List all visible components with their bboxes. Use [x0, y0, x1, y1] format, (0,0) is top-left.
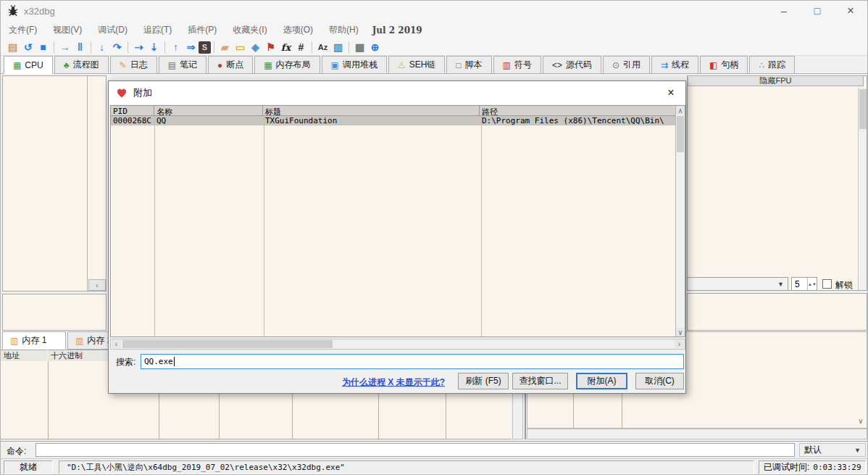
step-out-icon[interactable]: ↑ — [168, 41, 183, 54]
hide-fpu-button[interactable]: 隐藏FPU — [688, 75, 864, 86]
search-row: 搜索: QQ.exe — [109, 354, 685, 370]
modules-icon[interactable]: ▥ — [330, 41, 346, 54]
tab-memory-map[interactable]: ▦内存布局 — [254, 56, 320, 73]
disasm-hscroll-left-button[interactable]: ‹ — [88, 279, 106, 291]
column-header-pid[interactable]: PID — [111, 106, 154, 115]
close-button[interactable]: × — [834, 1, 867, 21]
table-vscroll-up-button[interactable]: ∧ — [676, 106, 685, 115]
unlock-checkbox[interactable] — [822, 279, 832, 289]
title-bar: x32dbg – □ × — [1, 1, 867, 21]
status-debug-time-cell: 已调试时间: 0:03:33:29 — [759, 460, 866, 474]
table-hscroll-left-button[interactable]: ‹ — [112, 340, 121, 348]
bookmarks-icon[interactable]: ⚑ — [263, 41, 278, 54]
column-header-title[interactable]: 标题 — [263, 106, 480, 115]
spinner-arrows-icon[interactable]: ▲▼ — [807, 278, 817, 290]
disassembly-pane[interactable] — [2, 75, 107, 292]
menu-debug[interactable]: 调试(D) — [90, 21, 135, 39]
attach-dialog-titlebar[interactable]: 附加 × — [109, 81, 685, 104]
menu-help[interactable]: 帮助(H) — [321, 21, 367, 39]
table-hscroll-right-button[interactable]: › — [675, 340, 684, 348]
patches-icon[interactable]: ▰ — [217, 41, 233, 54]
tab-label: CPU — [25, 60, 43, 70]
animate-over-icon[interactable]: ⇣ — [146, 41, 162, 54]
refresh-button[interactable]: 刷新 (F5) — [458, 373, 509, 389]
table-vscroll-down-button[interactable]: ∨ — [676, 328, 685, 336]
stack-vscroll-down-button[interactable]: ∨ — [856, 415, 866, 426]
menu-options[interactable]: 选项(O) — [275, 21, 321, 39]
handles-blocks-icon: ◧ — [709, 60, 717, 70]
process-table-header[interactable]: PID 名称 标题 路径 — [111, 106, 675, 116]
registers-vscroll-thumb[interactable] — [859, 89, 867, 129]
menu-file[interactable]: 文件(F) — [1, 21, 45, 39]
tab-cpu[interactable]: ▦CPU — [4, 56, 53, 74]
menu-view[interactable]: 视图(V) — [45, 21, 90, 39]
registers-pane[interactable] — [687, 75, 867, 291]
step-into-icon[interactable]: ↓ — [94, 41, 109, 54]
tab-dump-2[interactable]: ▥ 内存 2 — [67, 331, 112, 350]
why-process-not-shown-link[interactable]: 为什么进程 X 未显示于此? — [342, 376, 445, 389]
tab-threads[interactable]: ⇉线程 — [651, 56, 698, 73]
x32dbg-window: x32dbg – □ × 文件(F) 视图(V) 调试(D) 追踪(T) 插件(… — [0, 0, 868, 475]
stop-icon[interactable]: ■ — [36, 41, 51, 54]
dump-column-address[interactable]: 地址 — [1, 350, 47, 362]
process-table-vscrollbar[interactable]: ∧ ∨ — [675, 106, 685, 336]
animate-into-icon[interactable]: ⇢ — [131, 41, 146, 54]
hash-icon[interactable]: # — [293, 41, 309, 54]
tab-dump-1[interactable]: ▥ 内存 1 — [2, 331, 66, 350]
step-over-icon[interactable]: ↷ — [109, 41, 125, 54]
cancel-button[interactable]: 取消(C) — [635, 373, 684, 389]
source-code-icon: <> — [552, 60, 562, 70]
menu-plugins[interactable]: 插件(P) — [180, 21, 225, 39]
menu-trace[interactable]: 追踪(T) — [135, 21, 180, 39]
tab-call-stack[interactable]: ▣调用堆栈 — [322, 56, 387, 73]
process-row-selected[interactable]: 0000268C QQ TXGuiFoundation D:\Program F… — [111, 116, 675, 125]
comments-icon[interactable]: ▭ — [233, 41, 248, 54]
command-input[interactable] — [36, 443, 795, 457]
tab-label: 符号 — [514, 59, 532, 71]
pause-icon[interactable]: ‖ — [72, 41, 88, 54]
tab-source[interactable]: <>源代码 — [543, 56, 601, 73]
minimize-button[interactable]: – — [767, 1, 801, 21]
tab-label: 源代码 — [566, 59, 592, 71]
toolbar-separator — [164, 41, 165, 53]
registers-vscrollbar[interactable] — [858, 88, 867, 290]
attach-button[interactable]: 附加(A) — [576, 373, 627, 389]
tab-graph[interactable]: ♣流程图 — [54, 56, 109, 73]
internet-icon[interactable]: ⊕ — [367, 41, 383, 54]
tab-notes[interactable]: ▤笔记 — [159, 56, 206, 73]
process-table[interactable]: PID 名称 标题 路径 0000268C QQ TXGuiFoundation… — [110, 105, 685, 337]
tab-script[interactable]: □脚本 — [446, 56, 491, 73]
functions-icon[interactable]: fx — [278, 41, 293, 54]
column-header-path[interactable]: 路径 — [480, 106, 675, 115]
argument-count-spinner[interactable]: 5 ▲▼ — [791, 277, 817, 291]
tab-log[interactable]: ✎日志 — [110, 56, 157, 73]
attach-dialog-close-icon[interactable]: × — [662, 85, 680, 101]
profile-dropdown[interactable]: 默认 ▼ — [799, 443, 866, 457]
open-file-icon[interactable]: ▤ — [5, 41, 20, 54]
maximize-button[interactable]: □ — [801, 1, 834, 21]
restart-icon[interactable]: ↺ — [20, 41, 36, 54]
calculator-icon[interactable]: ▦ — [352, 41, 367, 54]
seh-chain-icon[interactable]: S — [199, 41, 211, 54]
tab-breakpoints[interactable]: ●断点 — [208, 56, 253, 73]
table-grid-line — [481, 116, 482, 336]
tab-trace[interactable]: ∴跟踪 — [749, 56, 795, 73]
table-hscroll-thumb[interactable] — [122, 340, 333, 348]
labels-icon[interactable]: ◈ — [248, 41, 263, 54]
stack-hscrollbar[interactable]: ‹ › — [527, 429, 867, 439]
table-vscroll-thumb[interactable] — [677, 116, 684, 152]
toolbar-separator — [128, 41, 128, 53]
tab-references[interactable]: ⊙引用 — [603, 56, 650, 73]
tab-symbols[interactable]: ▥符号 — [493, 56, 541, 73]
font-az-icon[interactable]: Az — [315, 41, 330, 54]
tab-handles[interactable]: ◧句柄 — [700, 56, 748, 73]
search-input[interactable]: QQ.exe — [141, 354, 684, 369]
run-to-user-code-icon[interactable]: ⇒ — [183, 41, 199, 54]
column-header-name[interactable]: 名称 — [154, 106, 263, 115]
find-window-button[interactable]: 查找窗口... — [512, 373, 568, 389]
calling-convention-dropdown[interactable]: ▼ — [687, 277, 788, 291]
menu-favourites[interactable]: 收藏夹(I) — [225, 21, 275, 39]
process-table-hscrollbar[interactable]: ‹ › — [110, 339, 685, 350]
run-icon[interactable]: → — [57, 41, 72, 54]
tab-seh[interactable]: ⚠SEH链 — [388, 56, 445, 73]
